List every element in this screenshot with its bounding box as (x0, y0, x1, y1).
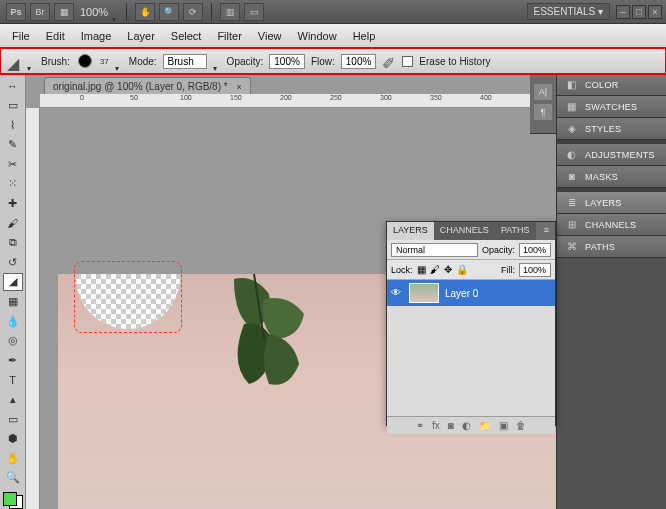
zoom-tool[interactable]: 🔍 (3, 469, 23, 487)
panel-masks[interactable]: ◙MASKS (557, 166, 666, 188)
erase-history-checkbox[interactable] (402, 56, 413, 67)
crop-tool[interactable]: ✂ (3, 155, 23, 173)
zoom-tool-icon[interactable]: 🔍 (159, 3, 179, 21)
shape-tool[interactable]: ▭ (3, 410, 23, 428)
layers-footer: ⚭ fx ◙ ◐ 📁 ▣ 🗑 (387, 416, 555, 434)
hand-tool[interactable]: ✋ (3, 450, 23, 468)
stamp-tool[interactable]: ⧉ (3, 234, 23, 252)
layer-row[interactable]: 👁 Layer 0 (387, 280, 555, 306)
minimize-button[interactable]: – (616, 5, 630, 19)
delete-layer-icon[interactable]: 🗑 (516, 420, 526, 431)
panel-menu-icon[interactable]: ≡ (538, 222, 555, 240)
zoom-level[interactable]: 100% (80, 6, 108, 18)
chevron-down-icon[interactable] (213, 57, 221, 65)
eyedropper-tool[interactable]: ⁙ (3, 175, 23, 193)
panel-color[interactable]: ◧COLOR (557, 74, 666, 96)
tab-paths[interactable]: PATHS (495, 222, 536, 240)
tab-layers[interactable]: LAYERS (387, 222, 434, 240)
adjustment-layer-icon[interactable]: ◐ (462, 420, 471, 431)
lasso-tool[interactable]: ⌇ (3, 116, 23, 134)
link-layers-icon[interactable]: ⚭ (416, 420, 424, 431)
lock-transparency-icon[interactable]: ▦ (417, 264, 426, 275)
bridge-icon[interactable]: Br (30, 3, 50, 21)
workspace-switcher[interactable]: ESSENTIALS ▾ (527, 3, 610, 20)
move-tool[interactable]: ↔ (3, 77, 23, 95)
healing-tool[interactable]: ✚ (3, 195, 23, 213)
swatches-icon: ▦ (565, 101, 579, 113)
menu-window[interactable]: Window (292, 27, 343, 45)
group-icon[interactable]: 📁 (479, 420, 491, 431)
layers-icon: ≣ (565, 197, 579, 209)
close-button[interactable]: × (648, 5, 662, 19)
marquee-tool[interactable]: ▭ (3, 97, 23, 115)
pen-tool[interactable]: ✒ (3, 352, 23, 370)
panel-layers[interactable]: ≣LAYERS (557, 192, 666, 214)
new-layer-icon[interactable]: ▣ (499, 420, 508, 431)
layers-list[interactable] (387, 306, 555, 416)
visibility-toggle-icon[interactable]: 👁 (391, 287, 403, 299)
panel-paths[interactable]: ⌘PATHS (557, 236, 666, 258)
app-logo[interactable]: Ps (6, 3, 26, 21)
panel-styles[interactable]: ◈STYLES (557, 118, 666, 140)
menu-bar: File Edit Image Layer Select Filter View… (0, 24, 666, 48)
screen-mode-icon[interactable]: ▭ (244, 3, 264, 21)
document-tab[interactable]: original.jpg @ 100% (Layer 0, RGB/8) * × (44, 77, 251, 94)
styles-icon: ◈ (565, 123, 579, 135)
flow-input[interactable]: 100% (341, 54, 377, 69)
panel-adjustments[interactable]: ◐ADJUSTMENTS (557, 144, 666, 166)
arrange-docs-icon[interactable]: ▥ (220, 3, 240, 21)
menu-help[interactable]: Help (347, 27, 382, 45)
main-area: ↔ ▭ ⌇ ✎ ✂ ⁙ ✚ 🖌 ⧉ ↺ ◢ ▦ 💧 ◎ ✒ T ▴ ▭ ⬢ ✋ … (0, 74, 666, 509)
history-brush-tool[interactable]: ↺ (3, 253, 23, 271)
menu-layer[interactable]: Layer (121, 27, 161, 45)
eraser-tool[interactable]: ◢ (3, 273, 23, 291)
menu-filter[interactable]: Filter (211, 27, 247, 45)
screen-mode-icon[interactable]: ▦ (54, 3, 74, 21)
chevron-down-icon[interactable] (115, 57, 123, 65)
ruler-vertical (26, 108, 40, 509)
chevron-down-icon[interactable] (27, 57, 35, 65)
gradient-tool[interactable]: ▦ (3, 293, 23, 311)
opacity-label: Opacity: (227, 56, 264, 67)
dodge-tool[interactable]: ◎ (3, 332, 23, 350)
mode-select[interactable]: Brush (163, 54, 207, 69)
blur-tool[interactable]: 💧 (3, 312, 23, 330)
menu-edit[interactable]: Edit (40, 27, 71, 45)
brush-tool[interactable]: 🖌 (3, 214, 23, 232)
maximize-button[interactable]: □ (632, 5, 646, 19)
blend-mode-select[interactable]: Normal (391, 243, 478, 257)
menu-view[interactable]: View (252, 27, 288, 45)
rotate-view-icon[interactable]: ⟳ (183, 3, 203, 21)
tab-channels[interactable]: CHANNELS (434, 222, 495, 240)
airbrush-icon[interactable]: ✐ (382, 54, 396, 68)
color-swatch[interactable] (3, 492, 23, 509)
lock-all-icon[interactable]: 🔒 (456, 264, 468, 275)
ruler-mark: 400 (480, 94, 492, 101)
layer-mask-icon[interactable]: ◙ (448, 420, 454, 431)
fill-label: Fill: (501, 265, 515, 275)
panel-swatches[interactable]: ▦SWATCHES (557, 96, 666, 118)
lock-position-icon[interactable]: ✥ (444, 264, 452, 275)
layer-opacity-input[interactable]: 100% (519, 243, 551, 257)
path-select-tool[interactable]: ▴ (3, 391, 23, 409)
menu-select[interactable]: Select (165, 27, 208, 45)
hand-tool-icon[interactable]: ✋ (135, 3, 155, 21)
layer-thumbnail[interactable] (409, 283, 439, 303)
quick-select-tool[interactable]: ✎ (3, 136, 23, 154)
layer-style-icon[interactable]: fx (432, 420, 440, 431)
layer-name[interactable]: Layer 0 (445, 288, 478, 299)
chevron-down-icon[interactable] (112, 8, 120, 16)
layer-fill-input[interactable]: 100% (519, 263, 551, 277)
type-tool[interactable]: T (3, 371, 23, 389)
paragraph-panel-icon[interactable]: ¶ (534, 104, 552, 120)
brush-preview-icon[interactable] (78, 54, 92, 68)
character-panel-icon[interactable]: A| (534, 84, 552, 100)
menu-image[interactable]: Image (75, 27, 118, 45)
lock-pixels-icon[interactable]: 🖌 (430, 264, 440, 275)
masks-icon: ◙ (565, 171, 579, 183)
3d-tool[interactable]: ⬢ (3, 430, 23, 448)
panel-channels[interactable]: ⊞CHANNELS (557, 214, 666, 236)
menu-file[interactable]: File (6, 27, 36, 45)
opacity-input[interactable]: 100% (269, 54, 305, 69)
close-tab-icon[interactable]: × (236, 82, 241, 92)
